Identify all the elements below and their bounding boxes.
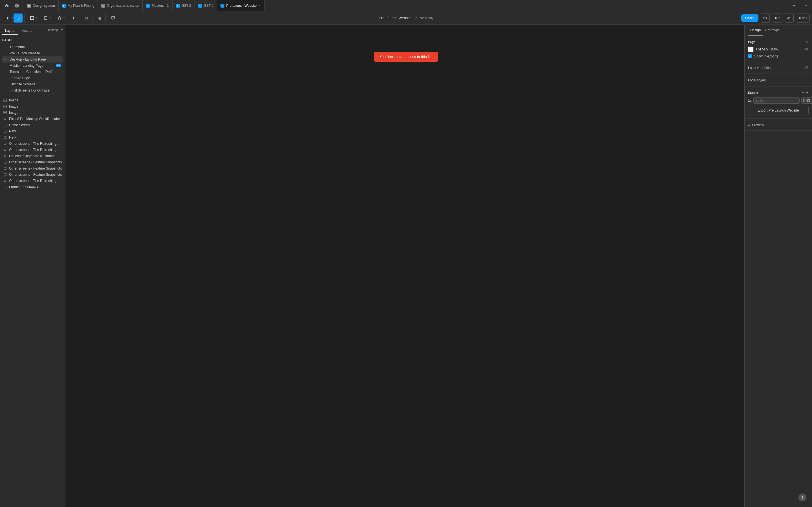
svg-rect-15 xyxy=(4,136,6,138)
tab-masters-1[interactable]: FMasters - 1 xyxy=(143,0,172,11)
shape-tool[interactable] xyxy=(41,13,50,22)
layer-name-feature-snap2: Other screens - Feature Snapshots xyxy=(9,166,62,170)
preview-row[interactable]: ▶ Preview xyxy=(748,122,809,127)
export-plus-button[interactable]: + xyxy=(806,90,809,95)
visibility-icon[interactable] xyxy=(805,47,809,52)
pen-tool[interactable] xyxy=(55,13,64,22)
layer-item-img2[interactable]: Image xyxy=(1,103,64,110)
pen-tool-wrapper: ▾ xyxy=(55,13,64,22)
filter-dropdown[interactable]: Desktop... ▾ xyxy=(47,28,63,34)
add-page-button[interactable]: + xyxy=(57,37,63,43)
move-tool-arrow[interactable]: ▾ xyxy=(12,17,13,19)
page-item-glimpse-screens[interactable]: Glimpse Screens xyxy=(2,81,63,87)
show-in-exports-checkbox[interactable]: ✓ xyxy=(748,54,752,58)
layer-item-new2[interactable]: New xyxy=(1,134,64,140)
page-options-icon[interactable]: ↻ xyxy=(805,40,809,44)
globe-button[interactable] xyxy=(12,1,21,10)
page-item-terms-draft[interactable]: Terms and Conditions - Draft xyxy=(2,69,63,75)
tab-prototype[interactable]: Prototype xyxy=(763,25,782,36)
layer-item-home-screen[interactable]: Home Screen xyxy=(1,122,64,128)
export-actions: − + xyxy=(802,90,809,95)
canvas-area[interactable] xyxy=(65,25,744,507)
svg-rect-20 xyxy=(4,167,6,170)
layer-item-keyboard[interactable]: Options of keyboard illustration xyxy=(1,153,64,159)
tab-gst-2a[interactable]: FGST 2 xyxy=(172,0,195,11)
layer-item-frame1000[interactable]: Frame 1000004674 xyxy=(1,184,64,190)
page-color-opacity[interactable]: 100% xyxy=(770,47,779,51)
local-styles-label: Local styles xyxy=(748,78,766,82)
layer-item-feature-snap1[interactable]: Other screens - Feature Snapshots xyxy=(1,159,64,165)
show-in-exports-row: ✓ Show in exports xyxy=(748,54,809,58)
page-code-tag: <> xyxy=(56,64,61,67)
svg-rect-7 xyxy=(86,17,88,19)
page-item-feature-page[interactable]: Feature Page xyxy=(2,75,63,81)
layer-item-other1[interactable]: Other screens - The Refreshing Al... xyxy=(1,140,64,147)
frame-tool[interactable] xyxy=(28,13,36,22)
export-format-label: PNG xyxy=(803,99,811,103)
filter-label: Desktop... xyxy=(47,28,61,32)
layer-item-feature-snap3[interactable]: Other screens - Feature Snapshots xyxy=(1,172,64,178)
export-scale[interactable]: 1x xyxy=(748,99,752,103)
help-button[interactable]: ? xyxy=(799,494,806,501)
pen-tool-arrow[interactable]: ▾ xyxy=(63,17,64,19)
page-color-hex[interactable]: F5F5F5 xyxy=(756,47,768,51)
tab-gst-2b[interactable]: FGST 2 xyxy=(195,0,217,11)
export-suffix-input[interactable] xyxy=(753,98,800,104)
page-label-feature-page: Feature Page xyxy=(10,76,61,80)
tab-layers[interactable]: Layers xyxy=(2,27,18,35)
tab-org-creation[interactable]: DOrganisation creation xyxy=(98,0,143,11)
export-format-dropdown[interactable]: PNG ▾ xyxy=(801,98,812,104)
page-item-pre-launch[interactable]: Pre Launch Website xyxy=(2,50,63,56)
title-dropdown-icon[interactable] xyxy=(414,17,417,19)
tab-design-system[interactable]: DDesign system xyxy=(24,0,59,11)
page-item-final-screens[interactable]: Final Screens For Glimpse xyxy=(2,87,63,94)
add-tab-button[interactable]: + xyxy=(790,0,799,11)
code-view-button[interactable]: </> xyxy=(761,13,770,22)
layer-name-other-refresh: Other screens - The Refreshing Al... xyxy=(9,179,62,183)
shape-tool-arrow[interactable]: ▾ xyxy=(50,17,51,19)
more-options-button[interactable]: ··· xyxy=(801,1,810,10)
home-button[interactable] xyxy=(2,1,11,10)
layer-item-pixel8[interactable]: Pixel 8 Pro Mockup Obsidian label xyxy=(1,116,64,122)
layer-icon-img3 xyxy=(3,110,7,115)
page-item-thumbnail[interactable]: Thumbnail xyxy=(2,44,63,50)
page-item-desktop-landing[interactable]: ✓Desktop - Landing Page xyxy=(2,56,63,62)
layer-item-other-refresh[interactable]: Other screens - The Refreshing Al... xyxy=(1,178,64,184)
export-button[interactable]: Export Pre Launch Website xyxy=(748,106,809,115)
layer-name-img2: Image xyxy=(9,105,62,108)
pages-title: Pages xyxy=(2,38,13,42)
zoom-control[interactable]: 18% ▾ xyxy=(796,13,810,22)
share-button[interactable]: Share xyxy=(741,14,758,22)
tab-assets[interactable]: Assets xyxy=(19,27,35,35)
layer-item-other2[interactable]: Other screens - The Refreshing Al... xyxy=(1,147,64,153)
local-variables-icon[interactable] xyxy=(805,65,809,70)
move-tool[interactable] xyxy=(3,13,12,22)
play-button[interactable]: ▾ xyxy=(772,13,782,22)
layer-item-feature-snap2[interactable]: Other screens - Feature Snapshots xyxy=(1,165,64,172)
layer-item-img3[interactable]: Image xyxy=(1,110,64,116)
page-color-swatch[interactable] xyxy=(748,47,754,52)
layer-item-new1[interactable]: New xyxy=(1,128,64,134)
layer-item-img1[interactable]: Image xyxy=(1,97,64,103)
tab-my-plan[interactable]: FMy Plan & Pricing xyxy=(59,0,98,11)
export-minus-button[interactable]: − xyxy=(802,90,804,95)
accessibility-button[interactable]: A? xyxy=(784,13,794,22)
svg-rect-23 xyxy=(4,186,6,188)
tool-group-shape: ▾ xyxy=(40,13,52,22)
select-tool[interactable] xyxy=(13,13,22,22)
tab-design[interactable]: Design xyxy=(748,25,763,36)
page-label-mobile-landing: Mobile - Landing Page xyxy=(10,64,54,68)
hand-tool[interactable] xyxy=(95,13,104,22)
svg-rect-12 xyxy=(4,118,6,120)
svg-point-25 xyxy=(806,48,807,49)
tab-close-pre-launch[interactable]: × xyxy=(258,3,261,8)
text-tool[interactable]: T xyxy=(69,13,78,22)
select-tool-arrow[interactable]: ▾ xyxy=(22,17,23,19)
component-tool[interactable] xyxy=(82,13,91,22)
tab-pre-launch[interactable]: FPre Launch Website× xyxy=(217,0,265,11)
comment-tool[interactable] xyxy=(109,13,117,22)
layer-name-img3: Image xyxy=(9,111,62,115)
local-styles-add-icon[interactable]: + xyxy=(806,77,809,83)
frame-tool-arrow[interactable]: ▾ xyxy=(36,17,37,19)
page-item-mobile-landing[interactable]: Mobile - Landing Page<> xyxy=(2,62,63,69)
